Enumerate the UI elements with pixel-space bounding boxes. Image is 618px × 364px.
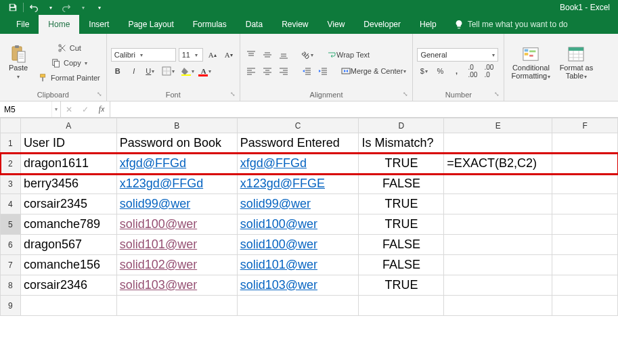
align-right-button[interactable] xyxy=(277,64,290,78)
align-bottom-button[interactable] xyxy=(277,48,290,62)
cell[interactable] xyxy=(552,174,618,194)
cell[interactable] xyxy=(552,214,618,235)
cell[interactable] xyxy=(444,133,552,154)
cell[interactable]: solid102@wer xyxy=(116,255,237,275)
cell[interactable]: solid99@wer xyxy=(116,194,237,214)
undo-dropdown[interactable]: ▾ xyxy=(43,0,58,15)
increase-indent-button[interactable] xyxy=(316,64,330,78)
cell[interactable]: solid99@wer xyxy=(237,194,359,214)
tab-file[interactable]: File xyxy=(7,15,39,34)
cell[interactable]: User ID xyxy=(20,133,116,154)
decrease-decimal-button[interactable]: .00.0 xyxy=(482,64,495,78)
orientation-button[interactable]: ab▾ xyxy=(300,48,315,62)
tab-review[interactable]: Review xyxy=(272,15,317,34)
underline-button[interactable]: U▾ xyxy=(144,64,157,78)
cell[interactable]: Is Mismatch? xyxy=(359,133,444,154)
font-size-select[interactable]: 11▾ xyxy=(179,48,203,62)
cell[interactable] xyxy=(444,255,552,275)
cell[interactable] xyxy=(552,133,618,154)
italic-button[interactable]: I xyxy=(127,64,141,78)
row-header[interactable]: 3 xyxy=(1,174,21,194)
col-header-f[interactable]: F xyxy=(552,118,618,133)
cell[interactable]: xfgd@FFGd xyxy=(116,154,237,174)
cell[interactable]: solid103@wer xyxy=(116,275,237,296)
cell[interactable]: solid101@wer xyxy=(237,255,359,275)
number-launcher[interactable]: ⤡ xyxy=(493,91,501,99)
row-header[interactable]: 4 xyxy=(1,194,21,214)
cancel-formula-button[interactable]: ✕ xyxy=(61,101,77,117)
tab-insert[interactable]: Insert xyxy=(79,15,118,34)
decrease-indent-button[interactable] xyxy=(300,64,313,78)
col-header-a[interactable]: A xyxy=(20,118,116,133)
cell[interactable] xyxy=(552,154,618,174)
decrease-font-button[interactable]: A▾ xyxy=(222,48,236,62)
cell[interactable] xyxy=(552,194,618,214)
fill-color-button[interactable]: ▾ xyxy=(179,64,196,78)
align-middle-button[interactable] xyxy=(261,48,274,62)
cell[interactable]: TRUE xyxy=(359,275,444,296)
row-header[interactable]: 9 xyxy=(1,296,21,316)
align-left-button[interactable] xyxy=(244,64,258,78)
increase-decimal-button[interactable]: .0.00 xyxy=(466,64,479,78)
undo-button[interactable] xyxy=(26,0,41,15)
align-center-button[interactable] xyxy=(261,64,274,78)
cell[interactable]: TRUE xyxy=(359,214,444,235)
cell[interactable]: Password on Book xyxy=(116,133,237,154)
cell[interactable]: dragon1611 xyxy=(20,154,116,174)
cell[interactable] xyxy=(552,296,618,316)
name-box-dropdown[interactable]: ▾ xyxy=(51,101,60,117)
cell[interactable]: solid103@wer xyxy=(237,275,359,296)
tab-view[interactable]: View xyxy=(318,15,355,34)
accounting-format-button[interactable]: $▾ xyxy=(417,64,431,78)
cell[interactable]: comanche156 xyxy=(20,255,116,275)
row-header[interactable]: 6 xyxy=(1,235,21,255)
cell[interactable] xyxy=(444,275,552,296)
tab-data[interactable]: Data xyxy=(236,15,272,34)
cell[interactable]: solid100@wer xyxy=(237,214,359,235)
cell[interactable]: TRUE xyxy=(359,194,444,214)
col-header-b[interactable]: B xyxy=(116,118,237,133)
cell[interactable] xyxy=(552,275,618,296)
cell[interactable]: FALSE xyxy=(359,235,444,255)
merge-center-button[interactable]: Merge & Center▾ xyxy=(339,64,409,78)
qat-customize[interactable]: ▾ xyxy=(91,0,106,15)
copy-button[interactable]: Copy▾ xyxy=(37,56,102,70)
select-all-corner[interactable] xyxy=(1,118,21,133)
font-launcher[interactable]: ⤡ xyxy=(229,91,237,99)
col-header-d[interactable]: D xyxy=(359,118,444,133)
cell[interactable] xyxy=(237,296,359,316)
format-painter-button[interactable]: Format Painter xyxy=(37,71,102,85)
tell-me-input[interactable] xyxy=(468,20,603,29)
redo-dropdown[interactable]: ▾ xyxy=(75,0,90,15)
cell[interactable]: FALSE xyxy=(359,255,444,275)
cell[interactable] xyxy=(359,296,444,316)
row-header[interactable]: 8 xyxy=(1,275,21,296)
paste-button[interactable]: Paste▾ xyxy=(4,37,32,89)
col-header-e[interactable]: E xyxy=(444,118,552,133)
cell[interactable]: x123gd@FFGE xyxy=(237,174,359,194)
col-header-c[interactable]: C xyxy=(237,118,359,133)
row-header[interactable]: 5 xyxy=(1,214,21,235)
cell[interactable]: comanche789 xyxy=(20,214,116,235)
cell[interactable]: corsair2345 xyxy=(20,194,116,214)
align-top-button[interactable] xyxy=(244,48,258,62)
borders-button[interactable]: ▾ xyxy=(160,64,177,78)
tell-me[interactable] xyxy=(454,15,603,34)
alignment-launcher[interactable]: ⤡ xyxy=(401,91,410,99)
name-box[interactable]: ▾ xyxy=(0,101,61,117)
cell[interactable]: TRUE xyxy=(359,154,444,174)
cell[interactable] xyxy=(444,194,552,214)
font-name-select[interactable]: Calibri▾ xyxy=(111,48,176,62)
formula-input[interactable] xyxy=(110,101,618,117)
cell[interactable]: Password Entered xyxy=(237,133,359,154)
name-box-input[interactable] xyxy=(0,101,51,117)
tab-page-layout[interactable]: Page Layout xyxy=(118,15,183,34)
cell[interactable]: FALSE xyxy=(359,174,444,194)
cell[interactable] xyxy=(444,235,552,255)
cell[interactable]: solid101@wer xyxy=(116,235,237,255)
cell[interactable]: xfgd@FFGd xyxy=(237,154,359,174)
cell[interactable]: corsair2346 xyxy=(20,275,116,296)
bold-button[interactable]: B xyxy=(111,64,125,78)
redo-button[interactable] xyxy=(59,0,74,15)
number-format-select[interactable]: General▾ xyxy=(417,48,498,62)
